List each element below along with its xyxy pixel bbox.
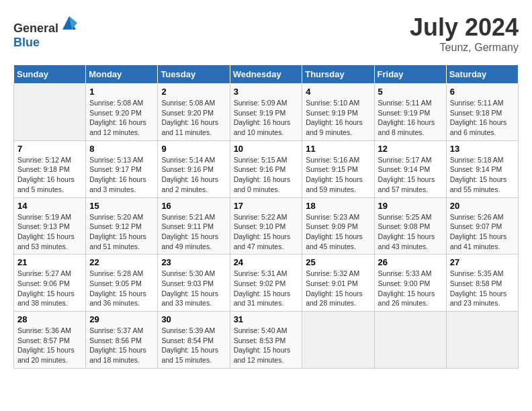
logo-icon bbox=[60, 13, 79, 32]
calendar-cell: 21Sunrise: 5:27 AMSunset: 9:06 PMDayligh… bbox=[14, 255, 86, 312]
day-info: Sunrise: 5:37 AMSunset: 8:56 PMDaylight:… bbox=[89, 326, 154, 365]
day-info: Sunrise: 5:23 AMSunset: 9:09 PMDaylight:… bbox=[306, 212, 370, 252]
weekday-header-friday: Friday bbox=[374, 65, 446, 84]
calendar-cell: 17Sunrise: 5:22 AMSunset: 9:10 PMDayligh… bbox=[230, 197, 302, 255]
calendar-cell: 16Sunrise: 5:21 AMSunset: 9:11 PMDayligh… bbox=[158, 197, 230, 255]
calendar-cell: 15Sunrise: 5:20 AMSunset: 9:12 PMDayligh… bbox=[86, 197, 158, 255]
calendar-cell: 26Sunrise: 5:33 AMSunset: 9:00 PMDayligh… bbox=[374, 255, 446, 312]
calendar-cell: 12Sunrise: 5:17 AMSunset: 9:14 PMDayligh… bbox=[374, 140, 446, 197]
day-info: Sunrise: 5:26 AMSunset: 9:07 PMDaylight:… bbox=[450, 212, 515, 252]
calendar-cell bbox=[302, 312, 374, 369]
day-info: Sunrise: 5:33 AMSunset: 9:00 PMDaylight:… bbox=[378, 269, 443, 308]
day-number: 28 bbox=[17, 314, 82, 324]
day-number: 13 bbox=[450, 144, 515, 154]
day-info: Sunrise: 5:08 AMSunset: 9:20 PMDaylight:… bbox=[89, 98, 154, 138]
calendar-cell: 31Sunrise: 5:40 AMSunset: 8:53 PMDayligh… bbox=[230, 312, 302, 369]
day-number: 31 bbox=[234, 314, 299, 324]
calendar-cell: 25Sunrise: 5:32 AMSunset: 9:01 PMDayligh… bbox=[302, 255, 374, 312]
day-number: 8 bbox=[89, 144, 154, 154]
calendar-cell: 3Sunrise: 5:09 AMSunset: 9:19 PMDaylight… bbox=[230, 84, 302, 141]
weekday-header-saturday: Saturday bbox=[446, 65, 518, 84]
day-number: 17 bbox=[234, 201, 299, 211]
weekday-header-sunday: Sunday bbox=[14, 65, 86, 84]
day-number: 10 bbox=[234, 144, 299, 154]
calendar-cell: 7Sunrise: 5:12 AMSunset: 9:18 PMDaylight… bbox=[14, 140, 86, 197]
logo-text: General Blue bbox=[13, 13, 79, 50]
calendar-cell: 22Sunrise: 5:28 AMSunset: 9:05 PMDayligh… bbox=[86, 255, 158, 312]
day-number: 14 bbox=[17, 201, 82, 211]
day-info: Sunrise: 5:35 AMSunset: 8:58 PMDaylight:… bbox=[450, 269, 515, 308]
day-info: Sunrise: 5:31 AMSunset: 9:02 PMDaylight:… bbox=[234, 269, 299, 308]
day-number: 11 bbox=[306, 144, 370, 154]
weekday-header-row: SundayMondayTuesdayWednesdayThursdayFrid… bbox=[14, 65, 519, 84]
day-info: Sunrise: 5:22 AMSunset: 9:10 PMDaylight:… bbox=[234, 212, 299, 252]
day-info: Sunrise: 5:20 AMSunset: 9:12 PMDaylight:… bbox=[89, 212, 154, 252]
calendar-cell bbox=[374, 312, 446, 369]
day-info: Sunrise: 5:15 AMSunset: 9:16 PMDaylight:… bbox=[234, 155, 299, 195]
day-info: Sunrise: 5:28 AMSunset: 9:05 PMDaylight:… bbox=[89, 269, 154, 308]
day-info: Sunrise: 5:13 AMSunset: 9:17 PMDaylight:… bbox=[89, 155, 154, 195]
calendar-cell: 27Sunrise: 5:35 AMSunset: 8:58 PMDayligh… bbox=[446, 255, 518, 312]
day-info: Sunrise: 5:12 AMSunset: 9:18 PMDaylight:… bbox=[17, 155, 82, 195]
calendar-cell bbox=[446, 312, 518, 369]
day-info: Sunrise: 5:40 AMSunset: 8:53 PMDaylight:… bbox=[234, 326, 299, 365]
day-number: 1 bbox=[89, 87, 154, 97]
day-info: Sunrise: 5:21 AMSunset: 9:11 PMDaylight:… bbox=[161, 212, 226, 252]
calendar-cell: 20Sunrise: 5:26 AMSunset: 9:07 PMDayligh… bbox=[446, 197, 518, 255]
day-number: 6 bbox=[450, 87, 515, 97]
calendar-cell: 8Sunrise: 5:13 AMSunset: 9:17 PMDaylight… bbox=[86, 140, 158, 197]
day-info: Sunrise: 5:11 AMSunset: 9:18 PMDaylight:… bbox=[450, 98, 515, 138]
day-number: 4 bbox=[306, 87, 370, 97]
location-title: Teunz, Germany bbox=[410, 42, 519, 54]
day-info: Sunrise: 5:25 AMSunset: 9:08 PMDaylight:… bbox=[378, 212, 443, 252]
day-info: Sunrise: 5:17 AMSunset: 9:14 PMDaylight:… bbox=[378, 155, 443, 195]
day-number: 19 bbox=[378, 201, 443, 211]
calendar-week-row: 21Sunrise: 5:27 AMSunset: 9:06 PMDayligh… bbox=[14, 255, 519, 312]
calendar-cell: 9Sunrise: 5:14 AMSunset: 9:16 PMDaylight… bbox=[158, 140, 230, 197]
calendar-cell: 2Sunrise: 5:08 AMSunset: 9:20 PMDaylight… bbox=[158, 84, 230, 141]
day-number: 30 bbox=[161, 314, 226, 324]
calendar-cell: 30Sunrise: 5:39 AMSunset: 8:54 PMDayligh… bbox=[158, 312, 230, 369]
day-number: 29 bbox=[89, 314, 154, 324]
weekday-header-tuesday: Tuesday bbox=[158, 65, 230, 84]
day-number: 2 bbox=[161, 87, 226, 97]
day-info: Sunrise: 5:27 AMSunset: 9:06 PMDaylight:… bbox=[17, 269, 82, 308]
day-info: Sunrise: 5:18 AMSunset: 9:14 PMDaylight:… bbox=[450, 155, 515, 195]
calendar-week-row: 14Sunrise: 5:19 AMSunset: 9:13 PMDayligh… bbox=[14, 197, 519, 255]
calendar-cell: 28Sunrise: 5:36 AMSunset: 8:57 PMDayligh… bbox=[14, 312, 86, 369]
day-number: 7 bbox=[17, 144, 82, 154]
day-number: 16 bbox=[161, 201, 226, 211]
logo-blue: Blue bbox=[13, 36, 40, 49]
calendar-cell: 4Sunrise: 5:10 AMSunset: 9:19 PMDaylight… bbox=[302, 84, 374, 141]
logo: General Blue bbox=[13, 13, 79, 50]
calendar-cell: 5Sunrise: 5:11 AMSunset: 9:19 PMDaylight… bbox=[374, 84, 446, 141]
day-number: 25 bbox=[306, 257, 370, 267]
day-info: Sunrise: 5:36 AMSunset: 8:57 PMDaylight:… bbox=[17, 326, 82, 365]
calendar-cell: 23Sunrise: 5:30 AMSunset: 9:03 PMDayligh… bbox=[158, 255, 230, 312]
calendar-week-row: 7Sunrise: 5:12 AMSunset: 9:18 PMDaylight… bbox=[14, 140, 519, 197]
calendar-week-row: 28Sunrise: 5:36 AMSunset: 8:57 PMDayligh… bbox=[14, 312, 519, 369]
calendar-cell: 19Sunrise: 5:25 AMSunset: 9:08 PMDayligh… bbox=[374, 197, 446, 255]
weekday-header-thursday: Thursday bbox=[302, 65, 374, 84]
day-info: Sunrise: 5:09 AMSunset: 9:19 PMDaylight:… bbox=[234, 98, 299, 138]
title-block: July 2024 Teunz, Germany bbox=[410, 13, 519, 54]
day-info: Sunrise: 5:11 AMSunset: 9:19 PMDaylight:… bbox=[378, 98, 443, 138]
month-title: July 2024 bbox=[410, 13, 519, 42]
calendar-cell: 29Sunrise: 5:37 AMSunset: 8:56 PMDayligh… bbox=[86, 312, 158, 369]
day-number: 20 bbox=[450, 201, 515, 211]
day-number: 15 bbox=[89, 201, 154, 211]
day-info: Sunrise: 5:32 AMSunset: 9:01 PMDaylight:… bbox=[306, 269, 370, 308]
calendar-table: SundayMondayTuesdayWednesdayThursdayFrid… bbox=[13, 64, 519, 369]
calendar-cell: 1Sunrise: 5:08 AMSunset: 9:20 PMDaylight… bbox=[86, 84, 158, 141]
day-info: Sunrise: 5:39 AMSunset: 8:54 PMDaylight:… bbox=[161, 326, 226, 365]
calendar-cell: 6Sunrise: 5:11 AMSunset: 9:18 PMDaylight… bbox=[446, 84, 518, 141]
logo-general: General bbox=[13, 21, 58, 35]
day-number: 23 bbox=[161, 257, 226, 267]
calendar-cell: 18Sunrise: 5:23 AMSunset: 9:09 PMDayligh… bbox=[302, 197, 374, 255]
day-info: Sunrise: 5:16 AMSunset: 9:15 PMDaylight:… bbox=[306, 155, 370, 195]
day-info: Sunrise: 5:19 AMSunset: 9:13 PMDaylight:… bbox=[17, 212, 82, 252]
calendar-cell: 14Sunrise: 5:19 AMSunset: 9:13 PMDayligh… bbox=[14, 197, 86, 255]
calendar-cell bbox=[14, 84, 86, 141]
weekday-header-wednesday: Wednesday bbox=[230, 65, 302, 84]
day-number: 18 bbox=[306, 201, 370, 211]
